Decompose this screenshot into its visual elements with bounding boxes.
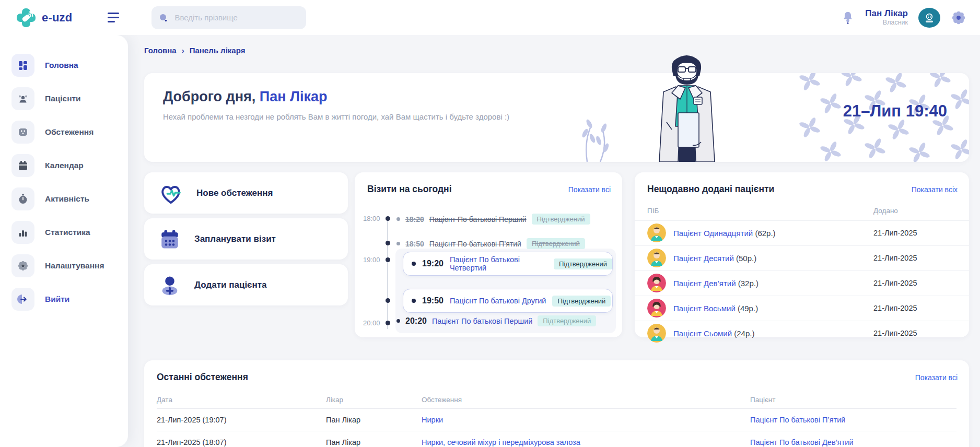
exam-doctor: Пан Лікар — [326, 416, 422, 424]
patient-avatar — [647, 274, 666, 292]
patients-show-all-link[interactable]: Показати всіх — [912, 185, 958, 194]
calendar-plus-icon — [159, 228, 181, 250]
sidebar: Головна Пацієнти Обстеження — [0, 35, 128, 447]
timeline-dot — [386, 241, 390, 245]
visit-dot — [412, 262, 416, 266]
patient-row[interactable]: Пацієнт Сьомий (24р.) 21-Лип-2025 — [635, 321, 969, 346]
scan-icon — [11, 121, 34, 144]
exams-table: Дата Лікар Обстеження Пацієнт 21-Лип-202… — [157, 391, 956, 447]
search-input[interactable] — [173, 13, 299, 22]
visit-time: 19:20 — [422, 259, 444, 268]
exam-link[interactable]: Нирки, сечовий міхур і передміхурова зал… — [422, 438, 750, 446]
quick-action-label: Нове обстеження — [196, 188, 273, 198]
visit-patient-link[interactable]: Пацієнт По батькові Перший — [432, 317, 532, 325]
notifications-bell-icon[interactable] — [841, 10, 855, 25]
search-icon — [159, 13, 168, 22]
plant-decoration — [571, 102, 621, 162]
exam-date: 21-Лип-2025 (18:07) — [157, 438, 326, 446]
visit-patient-link[interactable]: Пацієнт По батькові Другий — [450, 297, 546, 305]
visit-row[interactable]: 20:20 Пацієнт По батькові Перший Підтвер… — [396, 315, 596, 326]
column-header-doctor: Лікар — [326, 396, 422, 404]
exam-link[interactable]: Нирки — [422, 416, 750, 424]
sidebar-item-label: Активність — [45, 194, 89, 204]
schedule-visit-button[interactable]: Запланувати візит — [144, 218, 348, 260]
quick-action-label: Запланувати візит — [194, 234, 276, 244]
patient-avatar — [647, 249, 666, 267]
user-block[interactable]: Пан Лікар Власник — [865, 8, 908, 27]
menu-toggle-icon[interactable] — [108, 13, 119, 22]
greeting-subtitle: Нехай проблеми та незгоди не роблять Вам… — [163, 112, 509, 121]
patient-name-link[interactable]: Пацієнт Одинадцятий (62р.) — [673, 229, 776, 238]
visit-dot — [396, 217, 400, 221]
sidebar-item-label: Налаштування — [45, 261, 104, 270]
visit-card[interactable]: 19:50 Пацієнт По батькові Другий Підтвер… — [403, 289, 613, 313]
sidebar-item-settings[interactable]: Налаштування — [11, 253, 119, 278]
user-avatar[interactable] — [918, 8, 940, 28]
sidebar-item-patients[interactable]: Пацієнти — [11, 86, 119, 111]
patient-added-date: 21-Лип-2025 — [873, 229, 917, 237]
sidebar-item-calendar[interactable]: Календар — [11, 153, 119, 178]
exam-patient-link[interactable]: Пацієнт По батькові Дев’ятий — [750, 438, 956, 446]
recent-exams-title: Останні обстеження — [157, 372, 248, 383]
patient-age: (24р.) — [734, 329, 754, 338]
dashboard-icon — [11, 54, 34, 77]
patient-row[interactable]: Пацієнт Восьмий (49р.) 21-Лип-2025 — [635, 296, 969, 321]
current-datetime: 21–Лип 19:40 — [843, 102, 947, 121]
user-name: Пан Лікар — [865, 8, 908, 19]
exams-show-all-link[interactable]: Показати всі — [915, 373, 958, 382]
visits-show-all-link[interactable]: Показати всі — [568, 185, 611, 194]
visit-card[interactable]: 19:20 Пацієнт По батькові Четвертий Підт… — [403, 252, 613, 276]
ultrasound-cross-icon — [16, 7, 37, 28]
calendar-icon — [11, 154, 34, 177]
recent-patients-title: Нещодавно додані пацієнти — [647, 184, 774, 195]
patient-row[interactable]: Пацієнт Десятий (50р.) 21-Лип-2025 — [635, 245, 969, 270]
patient-name-link[interactable]: Пацієнт Дев’ятий (32р.) — [673, 279, 759, 288]
patient-name-link[interactable]: Пацієнт Десятий (50р.) — [673, 254, 756, 263]
app-name: e-uzd — [42, 11, 72, 25]
app-logo[interactable]: e-uzd — [16, 7, 72, 28]
new-examination-button[interactable]: Нове обстеження — [144, 172, 348, 214]
sidebar-item-logout[interactable]: Вийти — [11, 287, 119, 312]
sidebar-item-statistics[interactable]: Статистика — [11, 220, 119, 245]
stopwatch-icon — [11, 187, 34, 210]
visit-row[interactable]: 18:20 Пацієнт По батькові Перший Підтвер… — [396, 214, 590, 225]
welcome-banner: Доброго дня, Пан Лікар Нехай проблеми та… — [144, 73, 969, 162]
exam-date: 21-Лип-2025 (19:07) — [157, 416, 326, 424]
recent-patients-panel: Нещодавно додані пацієнти Показати всіх … — [635, 172, 969, 337]
patient-name-link[interactable]: Пацієнт Восьмий (49р.) — [673, 304, 758, 313]
sidebar-item-label: Головна — [45, 61, 78, 70]
visit-patient-link[interactable]: Пацієнт По батькові П’ятий — [429, 240, 521, 248]
patients-icon — [11, 87, 34, 110]
visit-patient-link[interactable]: Пацієнт По батькові Четвертий — [450, 255, 547, 272]
visit-time: 18:50 — [405, 240, 424, 248]
exam-row[interactable]: 21-Лип-2025 (18:07) Пан Лікар Нирки, сеч… — [157, 431, 956, 447]
exam-row[interactable]: 21-Лип-2025 (19:07) Пан Лікар Нирки Паці… — [157, 409, 956, 431]
greeting: Доброго дня, Пан Лікар Нехай проблеми та… — [163, 89, 509, 121]
timeline-dot — [386, 321, 390, 325]
recent-exams-panel: Останні обстеження Показати всі Дата Лік… — [144, 360, 969, 447]
exam-patient-link[interactable]: Пацієнт По батькові П’ятий — [750, 416, 956, 424]
gear-icon — [11, 254, 34, 277]
sidebar-item-activity[interactable]: Активність — [11, 186, 119, 211]
patient-avatar — [647, 299, 666, 317]
patient-row[interactable]: Пацієнт Одинадцятий (62р.) 21-Лип-2025 — [635, 220, 969, 245]
sidebar-item-home[interactable]: Головна — [11, 53, 119, 78]
search-box — [151, 6, 306, 29]
greeting-user-name: Пан Лікар — [260, 89, 328, 104]
timeline-dot — [386, 298, 390, 303]
person-add-icon — [159, 274, 181, 296]
patient-added-date: 21-Лип-2025 — [873, 254, 917, 262]
visit-patient-link[interactable]: Пацієнт По батькові Перший — [429, 215, 527, 224]
sidebar-item-examinations[interactable]: Обстеження — [11, 120, 119, 145]
settings-flower-icon[interactable] — [951, 10, 966, 26]
visit-dot — [412, 299, 416, 303]
add-patient-button[interactable]: Додати пацієнта — [144, 264, 348, 305]
heart-pulse-icon — [159, 182, 183, 204]
patient-name-link[interactable]: Пацієнт Сьомий (24р.) — [673, 329, 754, 338]
visit-row[interactable]: 18:50 Пацієнт По батькові П’ятий Підтвер… — [396, 238, 585, 249]
breadcrumb-home[interactable]: Головна — [144, 46, 177, 55]
visit-time: 19:50 — [422, 296, 444, 305]
patient-age: (32р.) — [738, 279, 759, 288]
patient-row[interactable]: Пацієнт Дев’ятий (32р.) 21-Лип-2025 — [635, 270, 969, 296]
visit-dot — [396, 242, 400, 245]
